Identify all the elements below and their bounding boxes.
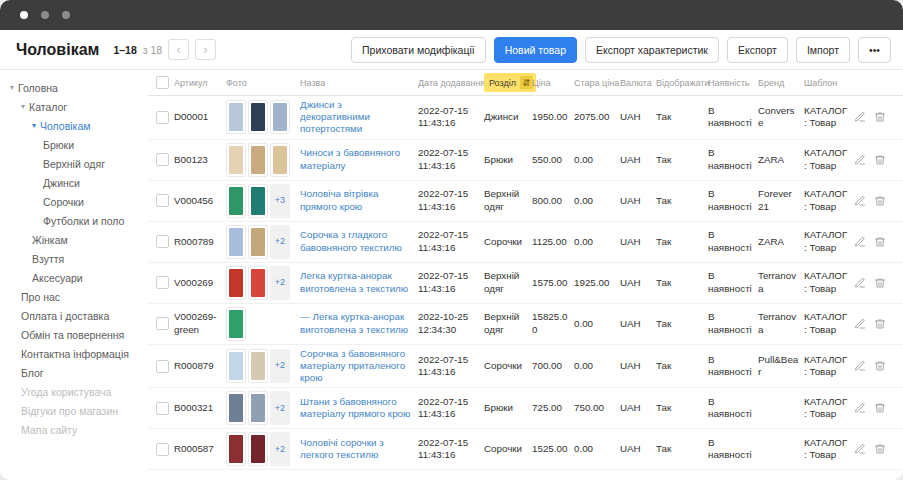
product-name-link[interactable]: Джинси з декоративними потертостями [300,99,418,136]
product-thumbnail[interactable] [248,143,268,177]
delete-icon[interactable] [874,236,886,248]
product-name-link[interactable]: — Легка куртка-анорак виготовлена з текс… [300,311,418,335]
export-button[interactable]: Експорт [727,37,788,63]
sidebar-item-sitemap[interactable]: Мапа сайту [0,420,148,439]
window-control-icon[interactable] [62,11,70,19]
sidebar-item-women[interactable]: Жінкам [0,230,148,249]
select-all-checkbox[interactable] [156,76,169,89]
product-thumbnail[interactable] [226,349,246,383]
product-name-link[interactable]: Легка куртка-анорак виготовлена з тексти… [300,270,418,294]
row-checkbox[interactable] [156,194,169,207]
chevron-down-icon: ▾ [32,122,36,130]
edit-icon[interactable] [854,236,866,248]
product-thumbnail[interactable] [248,100,268,134]
product-thumbnail[interactable] [226,307,246,341]
next-page-button[interactable]: › [195,39,216,60]
product-thumbnail[interactable] [226,432,246,466]
product-thumbnail[interactable] [248,184,268,218]
hide-modifications-button[interactable]: Приховати модифікації [351,37,486,63]
export-characteristics-button[interactable]: Експорт характеристик [585,37,719,63]
delete-icon[interactable] [874,154,886,166]
edit-icon[interactable] [854,443,866,455]
product-thumbnail[interactable] [248,349,268,383]
delete-icon[interactable] [874,402,886,414]
more-photos-badge[interactable]: +2 [270,266,290,300]
product-thumbnail[interactable] [248,432,268,466]
sidebar-item-user-agreement[interactable]: Угода користувача [0,382,148,401]
row-checkbox[interactable] [156,443,169,456]
garment-image [251,435,265,463]
product-thumbnail[interactable] [226,184,246,218]
delete-icon[interactable] [874,360,886,372]
window-control-icon[interactable] [20,11,28,19]
product-name-link[interactable]: Чиноси з бавовняного матеріалу [300,147,418,171]
sidebar-item-men[interactable]: ▾Чоловікам [0,116,148,135]
edit-icon[interactable] [854,402,866,414]
product-thumbnail[interactable] [248,391,268,425]
more-photos-badge[interactable]: +2 [270,225,290,259]
sidebar-item-exchange-return[interactable]: Обмін та повернення [0,325,148,344]
edit-icon[interactable] [854,360,866,372]
product-thumbnail[interactable] [226,100,246,134]
sidebar-item-store-reviews[interactable]: Відгуки про магазин [0,401,148,420]
prev-page-button[interactable]: ‹ [168,39,189,60]
product-thumbnail[interactable] [270,100,290,134]
sidebar-item-jeans[interactable]: Джинси [0,173,148,192]
sidebar-item-trousers[interactable]: Брюки [0,135,148,154]
sidebar-item-contacts[interactable]: Контактна інформація [0,344,148,363]
row-checkbox[interactable] [156,111,169,124]
new-product-button[interactable]: Новий товар [494,37,577,63]
sidebar-item-payment-delivery[interactable]: Оплата і доставка [0,306,148,325]
import-button[interactable]: Імпорт [796,37,850,63]
delete-icon[interactable] [874,277,886,289]
delete-icon[interactable] [874,195,886,207]
sorted-column-highlight[interactable]: Розділ [484,73,536,92]
edit-icon[interactable] [854,318,866,330]
row-checkbox[interactable] [156,153,169,166]
window-control-icon[interactable] [41,11,49,19]
more-photos-badge[interactable]: +2 [270,432,290,466]
more-photos-badge[interactable]: +3 [270,184,290,218]
product-thumbnail[interactable] [226,391,246,425]
row-checkbox[interactable] [156,276,169,289]
garment-image [229,310,243,338]
delete-icon[interactable] [874,443,886,455]
sort-icon[interactable] [520,76,533,89]
edit-icon[interactable] [854,195,866,207]
row-checkbox[interactable] [156,360,169,373]
more-photos-badge[interactable]: +2 [270,349,290,383]
edit-icon[interactable] [854,111,866,123]
product-thumbnail[interactable] [270,143,290,177]
product-thumbnail[interactable] [226,225,246,259]
more-button[interactable]: ••• [858,37,891,63]
delete-icon[interactable] [874,318,886,330]
row-checkbox[interactable] [156,235,169,248]
edit-icon[interactable] [854,277,866,289]
product-name-link[interactable]: Чоловічі сорочки з легкого текстилю [300,437,418,461]
sidebar-item-accessories[interactable]: Аксесуари [0,268,148,287]
sidebar-item-catalog[interactable]: ▾Каталог [0,97,148,116]
product-thumbnail[interactable] [248,225,268,259]
product-thumbnail[interactable] [226,143,246,177]
product-thumbnail[interactable] [226,266,246,300]
sidebar-item-home[interactable]: ▾Головна [0,78,148,97]
garment-image [251,394,265,422]
sidebar-item-about[interactable]: Про нас [0,287,148,306]
sidebar-item-tshirts-polo[interactable]: Футболки и поло [0,211,148,230]
row-checkbox[interactable] [156,317,169,330]
product-name-link[interactable]: Сорочка з гладкого бавовняного текстилю [300,229,418,253]
sidebar-item-shoes[interactable]: Взуття [0,249,148,268]
sidebar-item-outerwear[interactable]: Верхній одяг [0,154,148,173]
sidebar-item-shirts[interactable]: Сорочки [0,192,148,211]
delete-icon[interactable] [874,111,886,123]
product-template: КАТАЛОГ: Товар [804,270,854,294]
garment-image [229,394,243,422]
product-thumbnail[interactable] [248,266,268,300]
more-photos-badge[interactable]: +2 [270,391,290,425]
product-name-link[interactable]: Штани з бавовняного матеріалу прямого кр… [300,396,418,420]
sidebar-item-blog[interactable]: Блог [0,363,148,382]
row-checkbox[interactable] [156,402,169,415]
edit-icon[interactable] [854,154,866,166]
product-name-link[interactable]: Сорочка з бавовняного матеріалу притален… [300,348,418,385]
product-name-link[interactable]: Чоловіча вітрівка прямого крою [300,188,418,212]
